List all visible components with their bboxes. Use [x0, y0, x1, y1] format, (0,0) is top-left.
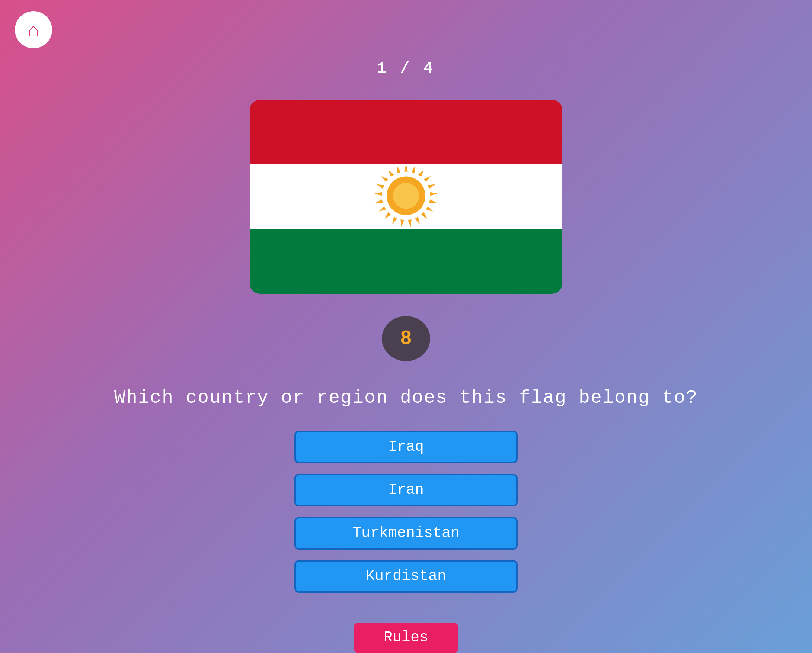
answer-kurdistan[interactable]: Kurdistan [295, 560, 517, 593]
progress-indicator: 1 / 4 [377, 59, 435, 78]
flag-stripe-red [250, 100, 562, 164]
svg-marker-5 [430, 192, 438, 196]
answer-iraq[interactable]: Iraq [295, 431, 517, 463]
svg-marker-17 [376, 183, 384, 189]
home-icon: ⌂ [27, 18, 39, 41]
svg-marker-7 [426, 206, 434, 213]
svg-marker-18 [380, 175, 388, 182]
svg-marker-12 [391, 217, 397, 225]
flag-stripe-green [250, 229, 562, 294]
svg-marker-8 [421, 212, 429, 220]
flag-stripe-white [250, 164, 562, 229]
answer-turkmenistan[interactable]: Turkmenistan [295, 517, 517, 549]
question-text: Which country or region does this flag b… [114, 387, 698, 408]
svg-marker-1 [411, 165, 417, 173]
svg-marker-4 [428, 183, 436, 189]
svg-marker-15 [375, 199, 383, 204]
svg-marker-20 [395, 165, 400, 173]
svg-marker-2 [418, 169, 425, 177]
timer-value: 8 [400, 327, 412, 350]
svg-marker-13 [383, 212, 391, 220]
svg-marker-6 [429, 199, 437, 204]
svg-marker-0 [404, 164, 408, 171]
answers-container: Iraq Iran Turkmenistan Kurdistan [295, 431, 517, 593]
svg-marker-14 [378, 206, 386, 213]
svg-marker-19 [387, 169, 394, 177]
svg-marker-16 [374, 192, 382, 196]
rules-button[interactable]: Rules [354, 623, 458, 653]
svg-marker-3 [424, 175, 432, 182]
flag-display [250, 100, 562, 294]
answer-iran[interactable]: Iran [295, 474, 517, 507]
home-button[interactable]: ⌂ [15, 11, 52, 48]
flag-sun [369, 158, 443, 234]
svg-marker-9 [415, 217, 421, 225]
svg-marker-10 [408, 219, 413, 227]
svg-marker-11 [399, 219, 404, 227]
timer-circle: 8 [382, 316, 430, 361]
svg-point-22 [393, 183, 419, 209]
